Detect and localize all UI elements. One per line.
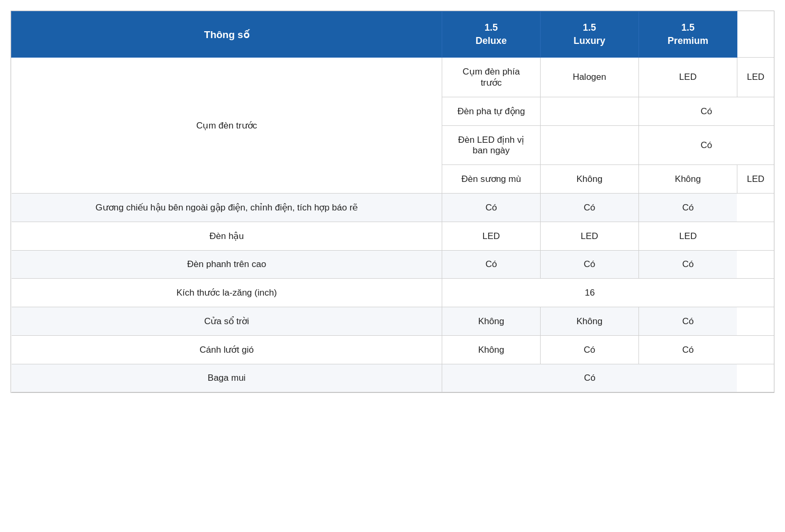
header-luxury: 1.5 Luxury <box>540 12 638 58</box>
specs-table-wrapper: Thông số 1.5 Deluxe 1.5 Luxury 1.5 Premi… <box>11 11 774 393</box>
feature-label: Cửa sổ trời <box>12 307 442 336</box>
value-span: 16 <box>442 279 737 307</box>
deluxe-value <box>540 126 638 165</box>
data-row: Cửa sổ trờiKhôngKhôngCó <box>12 307 774 336</box>
premium-value: Có <box>638 307 737 336</box>
premium-value: LED <box>737 165 774 194</box>
group-label: Cụm đèn trước <box>12 58 442 194</box>
header-row: Thông số 1.5 Deluxe 1.5 Luxury 1.5 Premi… <box>12 12 774 58</box>
deluxe-value: Không <box>442 307 540 336</box>
deluxe-value: LED <box>442 222 540 251</box>
feature-label: Gương chiếu hậu bên ngoài gập điện, chỉn… <box>12 194 442 222</box>
luxury-value: Có <box>540 251 638 279</box>
premium-value: Có <box>638 336 737 364</box>
sub-feature: Cụm đèn phía trước <box>442 58 540 97</box>
premium-value: LED <box>737 58 774 97</box>
sub-feature: Đèn sương mù <box>442 165 540 194</box>
premium-value: Có <box>638 194 737 222</box>
luxury-value: LED <box>638 58 737 97</box>
feature-label: Kích thước la-zăng (inch) <box>12 279 442 307</box>
luxury-value: Có <box>540 194 638 222</box>
luxury-value: Có <box>540 336 638 364</box>
luxury-value: Không <box>540 307 638 336</box>
value-span: Có <box>442 364 737 392</box>
data-row: Kích thước la-zăng (inch)16 <box>12 279 774 307</box>
data-row: Baga muiCó <box>12 364 774 392</box>
data-row: Đèn phanh trên caoCóCóCó <box>12 251 774 279</box>
header-spec: Thông số <box>12 12 442 58</box>
data-row: Gương chiếu hậu bên ngoài gập điện, chỉn… <box>12 194 774 222</box>
feature-label: Baga mui <box>12 364 442 392</box>
luxury-value: Không <box>638 165 737 194</box>
luxury-value-span: Có <box>638 97 774 126</box>
luxury-value-span: Có <box>638 126 774 165</box>
premium-value: Có <box>638 251 737 279</box>
sub-feature: Đèn pha tự động <box>442 97 540 126</box>
header-premium: 1.5 Premium <box>638 12 737 58</box>
feature-label: Cánh lướt gió <box>12 336 442 364</box>
deluxe-value: Halogen <box>540 58 638 97</box>
feature-label: Đèn phanh trên cao <box>12 251 442 279</box>
deluxe-value: Không <box>540 165 638 194</box>
luxury-value: LED <box>540 222 638 251</box>
deluxe-value: Có <box>442 251 540 279</box>
feature-label: Đèn hậu <box>12 222 442 251</box>
data-row: Đèn hậuLEDLEDLED <box>12 222 774 251</box>
deluxe-value <box>540 97 638 126</box>
sub-feature: Đèn LED định vị ban ngày <box>442 126 540 165</box>
data-row: Cánh lướt gióKhôngCóCó <box>12 336 774 364</box>
group-row: Cụm đèn trướcCụm đèn phía trướcHalogenLE… <box>12 58 774 97</box>
specs-table: Thông số 1.5 Deluxe 1.5 Luxury 1.5 Premi… <box>11 11 774 392</box>
table-body: Cụm đèn trướcCụm đèn phía trướcHalogenLE… <box>12 58 774 392</box>
header-deluxe: 1.5 Deluxe <box>442 12 540 58</box>
deluxe-value: Có <box>442 194 540 222</box>
deluxe-value: Không <box>442 336 540 364</box>
premium-value: LED <box>638 222 737 251</box>
